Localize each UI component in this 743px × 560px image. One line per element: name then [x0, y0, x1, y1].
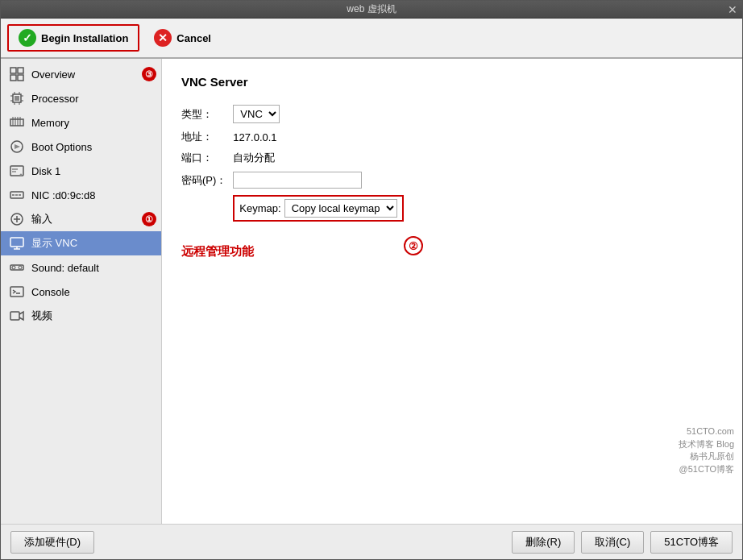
svg-rect-43 [10, 312, 19, 320]
sidebar-item-label: Overview [31, 68, 75, 81]
cancel-label: Cancel [176, 32, 211, 44]
toolbar: ✓ Begin Installation ✕ Cancel [1, 19, 742, 59]
svg-rect-0 [10, 68, 16, 73]
sidebar-item-label: Processor [31, 93, 79, 105]
keymap-box: Keymap: Copy local keymap [233, 195, 403, 222]
nic-icon [9, 187, 25, 203]
sidebar-item-boot-options[interactable]: Boot Options [1, 135, 161, 159]
sidebar-item-label: Console [31, 286, 70, 298]
address-value: 127.0.0.1 [233, 127, 403, 147]
badge2-container: ② [404, 236, 423, 255]
svg-rect-1 [18, 68, 23, 73]
sidebar-item-label: NIC :d0:9c:d8 [31, 189, 96, 201]
processor-icon [9, 90, 25, 106]
type-select[interactable]: VNC [233, 105, 280, 123]
address-row: 地址： 127.0.0.1 [181, 127, 404, 147]
sidebar-item-input[interactable]: 输入 ① [1, 207, 161, 231]
sidebar-item-overview[interactable]: Overview ③ [1, 62, 161, 86]
add-hardware-button[interactable]: 添加硬件(D) [10, 531, 94, 554]
footer-left: 添加硬件(D) [10, 531, 94, 554]
sidebar-item-label: 显示 VNC [31, 236, 77, 251]
sidebar-item-label: Sound: default [31, 262, 99, 274]
type-value: VNC [233, 102, 403, 127]
port-label: 端口： [181, 147, 233, 168]
watermark-name: 杨书凡原创 [679, 450, 734, 463]
delete-button[interactable]: 删除(R) [512, 531, 575, 554]
keymap-row: Keymap: Copy local keymap [181, 192, 404, 225]
sidebar-item-label: 输入 [31, 212, 52, 226]
type-label: 类型： [181, 102, 233, 127]
sidebar-item-nic[interactable]: NIC :d0:9c:d8 [1, 183, 161, 207]
keymap-select[interactable]: Copy local keymap [284, 199, 397, 218]
window-title: web 虚拟机 [347, 2, 396, 16]
svg-rect-14 [10, 119, 23, 126]
sidebar: Overview ③ [1, 59, 162, 524]
boot-options-icon [9, 139, 25, 155]
sidebar-item-disk1[interactable]: Disk 1 [1, 159, 161, 183]
svg-point-39 [12, 266, 15, 269]
x-icon: ✕ [154, 29, 172, 47]
form-table: 类型： VNC 地址： 127.0.0.1 端口： 自动分配 [181, 102, 404, 225]
sidebar-item-memory[interactable]: Memory [1, 110, 161, 135]
section-title: VNC Server [181, 75, 723, 89]
sidebar-item-console[interactable]: Console [1, 280, 161, 304]
sidebar-item-label: 视频 [31, 309, 52, 323]
close-icon[interactable]: ✕ [728, 3, 737, 16]
password-row: 密码(P)： [181, 168, 404, 192]
footer: 添加硬件(D) 删除(R) 取消(C) 51CTO博客 [1, 524, 742, 559]
svg-rect-5 [15, 96, 19, 101]
port-row: 端口： 自动分配 [181, 147, 404, 168]
main-content: Overview ③ [1, 59, 742, 524]
watermark-blog: 技术博客 Blog [679, 438, 734, 450]
port-value: 自动分配 [233, 147, 403, 168]
svg-rect-41 [10, 287, 23, 297]
svg-rect-31 [19, 194, 21, 196]
overview-icon [9, 66, 25, 82]
svg-rect-35 [10, 238, 23, 247]
keymap-label: Keymap: [239, 202, 280, 214]
disk1-icon [9, 163, 25, 179]
watermark-site: 51CTO.com [679, 425, 734, 438]
footer-right: 删除(R) 取消(C) 51CTO博客 [512, 531, 733, 554]
sidebar-item-display-vnc[interactable]: 显示 VNC [1, 231, 161, 255]
svg-point-25 [20, 174, 23, 176]
svg-rect-2 [10, 75, 16, 81]
main-window: web 虚拟机 ✕ ✓ Begin Installation ✕ Cancel [0, 0, 743, 560]
check-icon: ✓ [19, 29, 36, 47]
cancel-button[interactable]: ✕ Cancel [143, 24, 222, 52]
begin-installation-label: Begin Installation [41, 32, 128, 44]
video-icon [9, 308, 25, 324]
badge2: ② [404, 236, 423, 255]
memory-icon [9, 114, 25, 131]
svg-rect-30 [15, 194, 18, 196]
footer-cancel-button[interactable]: 取消(C) [581, 531, 644, 554]
content-area: VNC Server 类型： VNC 地址： 127.0.0.1 端口： [162, 59, 742, 524]
svg-point-40 [19, 266, 22, 269]
svg-rect-3 [18, 75, 23, 81]
sidebar-item-video[interactable]: 视频 [1, 304, 161, 328]
sidebar-item-label: Disk 1 [31, 165, 60, 177]
titlebar: web 虚拟机 ✕ [1, 1, 742, 19]
password-value [233, 168, 403, 192]
sidebar-item-processor[interactable]: Processor [1, 86, 161, 110]
display-vnc-icon [9, 235, 25, 251]
type-row: 类型： VNC [181, 102, 404, 127]
sidebar-item-sound[interactable]: Sound: default [1, 255, 161, 280]
sidebar-item-label: Boot Options [31, 141, 92, 153]
keymap-value: Keymap: Copy local keymap [233, 192, 403, 225]
remote-label: 远程管理功能 [181, 244, 723, 259]
watermark: 51CTO.com 技术博客 Blog 杨书凡原创 @51CTO博客 [679, 425, 734, 475]
sound-icon [9, 259, 25, 276]
address-label: 地址： [181, 127, 233, 147]
overview-badge: ③ [142, 67, 156, 81]
keymap-outer-label [181, 192, 233, 225]
input-icon [9, 211, 25, 227]
begin-installation-button[interactable]: ✓ Begin Installation [7, 24, 139, 52]
sidebar-item-label: Memory [31, 117, 69, 129]
console-icon [9, 284, 25, 300]
watermark-handle: @51CTO博客 [679, 463, 734, 475]
password-label: 密码(P)： [181, 168, 233, 192]
svg-rect-29 [12, 194, 15, 196]
password-input[interactable] [233, 172, 362, 189]
apply-button[interactable]: 51CTO博客 [650, 531, 733, 554]
